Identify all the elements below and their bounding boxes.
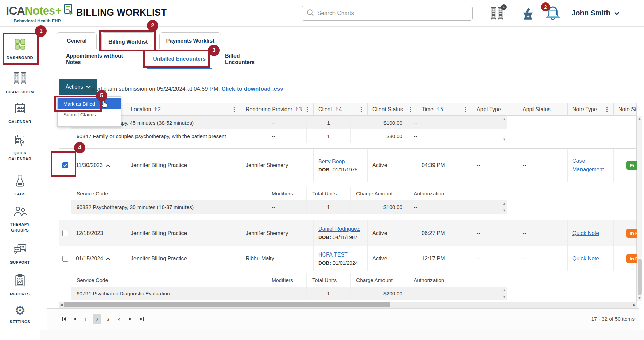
scroll-right-icon[interactable]: ▶ <box>633 303 636 307</box>
file-cabinets-icon <box>12 71 28 87</box>
client-cell: Betty Boop DOB: 01/11/1975 <box>313 149 367 182</box>
sidebar-item-label: CHART ROOM <box>4 89 36 95</box>
column-menu-icon[interactable]: ⋮ <box>604 106 613 113</box>
icanotes-logo[interactable]: ICA Notes + Behavioral Health EHR <box>6 3 74 23</box>
next-page-button[interactable] <box>126 314 135 324</box>
note-type-link[interactable]: Case Management <box>572 156 613 174</box>
header-appt-type[interactable]: Appt Type <box>472 103 518 115</box>
provider-cell: Jennifer Shemery <box>241 149 313 182</box>
last-page-button[interactable] <box>137 314 146 324</box>
page-button-3[interactable]: 3 <box>104 314 113 324</box>
service-code: 90832 Psychotherapy, 30 minutes (16-37 m… <box>71 200 266 214</box>
service-row: 90791 Psychiatric Diagnostic Evaluation … <box>71 287 507 300</box>
subtab-unbilled-encounters[interactable]: Unbilled Encounters <box>148 51 211 68</box>
column-menu-icon[interactable]: ⋮ <box>231 106 241 113</box>
service-row: 90834 Psychotherapy, 45 minutes (38-52 m… <box>71 116 507 129</box>
note-type-link[interactable]: Quick Note <box>572 230 599 236</box>
column-menu-icon[interactable]: ⋮ <box>358 106 367 113</box>
subtab-billed-encounters[interactable]: Billed Encounters <box>225 51 268 68</box>
row-checkbox[interactable] <box>62 256 68 262</box>
date-cell[interactable]: 11/30/2023 <box>71 149 126 182</box>
service-header-row: Service Code Modifiers Total Units Charg… <box>71 273 507 287</box>
subtable-scroll-down-icon[interactable]: ▼ <box>503 138 505 141</box>
prev-page-button[interactable] <box>70 314 79 324</box>
encounter-row-11-30-2023[interactable]: 11/30/2023 Jennifer Billing Practice Jen… <box>59 148 637 182</box>
subtable-scroll-down-icon[interactable]: ▼ <box>503 296 505 298</box>
subtab-divider <box>51 70 639 70</box>
sidebar-item-reports[interactable]: REPORTS <box>0 273 40 297</box>
subtable-scroll-down-icon[interactable]: ▼ <box>503 209 505 212</box>
note-status-badge: In P <box>626 229 637 238</box>
header-appt-status[interactable]: Appt Status <box>518 103 567 115</box>
sidebar-item-chart-room[interactable]: CHART ROOM <box>0 71 40 95</box>
items-range-summary: 17 - 32 of 50 items <box>591 316 635 322</box>
column-menu-icon[interactable]: ⋮ <box>304 106 313 113</box>
sort-indicator: ↑3 <box>295 106 302 113</box>
note-type-link[interactable]: Quick Note <box>572 256 599 262</box>
subtable-scroll-up-icon[interactable]: ▲ <box>503 118 505 121</box>
menu-item-submit-claims[interactable]: Submit Claims <box>58 109 121 119</box>
pharmacy-rx-icon[interactable]: + <box>521 7 535 21</box>
header-client-status[interactable]: Client Status ⋮ <box>367 103 417 115</box>
service-code: 90847 Family or couples psychotherapy, w… <box>71 129 266 143</box>
page-button-4[interactable]: 4 <box>115 314 124 324</box>
download-csv-link[interactable]: Click to download .csv <box>222 86 283 92</box>
page-button-1[interactable]: 1 <box>81 314 90 324</box>
column-menu-icon[interactable]: ⋮ <box>407 106 417 113</box>
date-cell[interactable]: 01/15/2024 <box>71 246 126 271</box>
sidebar-item-dashboard[interactable]: DASHBOARD <box>0 37 40 61</box>
chart-room-quick-icon[interactable]: + <box>489 6 505 22</box>
header-note-status[interactable]: Note St <box>613 103 637 115</box>
tab-general[interactable]: General <box>57 32 97 49</box>
menu-item-mark-as-billed[interactable]: Mark as Billed <box>58 98 121 109</box>
sidebar-item-support[interactable]: SUPPORT <box>0 243 40 265</box>
search-charts-box[interactable] <box>302 6 473 21</box>
row-checkbox-checked[interactable] <box>62 162 68 168</box>
date-cell[interactable]: 12/18/2023 <box>71 220 126 246</box>
scroll-left-icon[interactable]: ◀ <box>60 303 63 307</box>
location-cell: Jennifer Billing Practice <box>126 220 241 246</box>
group-people-icon <box>12 205 28 219</box>
header-client[interactable]: Client ↑4 ⋮ <box>313 103 367 115</box>
client-link[interactable]: Betty Boop <box>318 159 345 165</box>
subtable-scroll-up-icon[interactable]: ▲ <box>503 202 505 205</box>
first-page-button[interactable] <box>59 314 68 324</box>
header-note-type[interactable]: Note Type ⋮ <box>567 103 613 115</box>
horizontal-scrollbar[interactable]: ◀ ▶ <box>59 302 637 308</box>
horizontal-scrollbar-thumb[interactable] <box>64 302 390 307</box>
row-select-cell <box>59 246 71 271</box>
note-type-cell: Case Management <box>567 149 613 182</box>
service-code: 90791 Psychiatric Diagnostic Evaluation <box>71 287 266 300</box>
sidebar-item-therapy-groups[interactable]: THERAPY GROUPS <box>0 205 40 234</box>
subtab-appointments-without-notes[interactable]: Appointments without Notes <box>66 51 134 68</box>
user-menu[interactable]: John Smith <box>572 9 619 17</box>
subtable-scroll-up-icon[interactable]: ▲ <box>503 289 505 292</box>
client-status-cell: Active <box>367 246 417 271</box>
collapse-row-icon[interactable] <box>106 257 110 260</box>
service-units: 1 <box>306 200 350 214</box>
logo-tagline: Behavioral Health EHR <box>14 18 74 23</box>
row-checkbox[interactable] <box>62 230 68 236</box>
header-time[interactable]: Time ↑5 ⋮ <box>417 103 472 115</box>
encounter-row-12-18-2023[interactable]: 12/18/2023 Jennifer Billing Practice Jen… <box>59 220 637 246</box>
search-input[interactable] <box>317 10 463 17</box>
sidebar-item-quick-calendar[interactable]: QUICK CALENDAR <box>0 133 40 162</box>
encounter-row-01-15-2024[interactable]: 01/15/2024 Jennifer Billing Practice Rib… <box>59 246 637 271</box>
service-charge: $200.00 <box>350 287 408 300</box>
tab-payments-worklist[interactable]: Payments Worklist <box>159 32 221 49</box>
scroll-down-icon[interactable]: ▼ <box>638 296 641 300</box>
vertical-scrollbar-thumb[interactable] <box>638 259 642 295</box>
header-rendering-provider[interactable]: Rendering Provider ↑3 ⋮ <box>241 103 313 115</box>
client-link[interactable]: Daniel Rodriguez <box>318 226 360 232</box>
column-menu-icon[interactable]: ⋮ <box>463 106 472 113</box>
tab-billing-worklist[interactable]: Billing Worklist <box>101 32 155 51</box>
page-button-2-active[interactable]: 2 <box>93 314 101 324</box>
client-link[interactable]: HCFA TEST <box>318 252 348 258</box>
scroll-up-icon[interactable]: ▲ <box>638 117 641 120</box>
sidebar-item-labs[interactable]: LABS <box>0 173 40 197</box>
header-location[interactable]: Location ↑2 ⋮ <box>126 103 241 115</box>
sidebar-item-calendar[interactable]: CALENDAR <box>0 102 40 125</box>
sidebar-item-settings[interactable]: ⚙ SETTINGS <box>0 305 40 325</box>
collapse-row-icon[interactable] <box>106 164 110 167</box>
vertical-scrollbar[interactable]: ▲ ▼ <box>637 116 642 301</box>
